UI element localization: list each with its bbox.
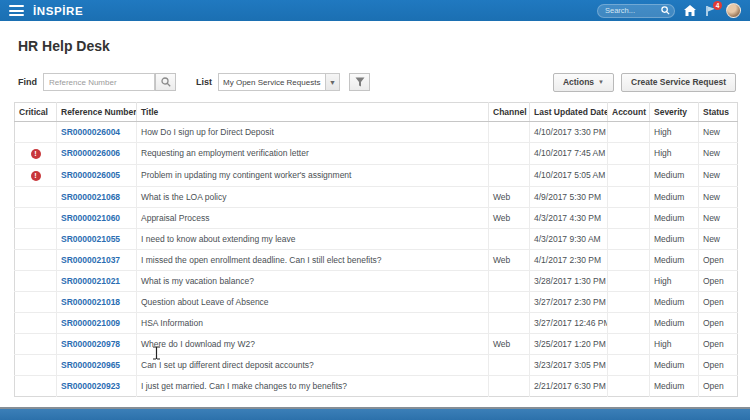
reference-link[interactable]: SR0000020923 bbox=[61, 381, 120, 391]
table-header-row: Critical Reference Number Title Channel … bbox=[15, 103, 738, 122]
status-cell: New bbox=[699, 164, 738, 186]
chevron-down-icon: ▼ bbox=[325, 74, 339, 90]
reference-link[interactable]: SR0000026004 bbox=[61, 127, 120, 137]
last-updated-cell: 4/3/2017 9:30 AM bbox=[530, 228, 608, 249]
title-cell: Where do I download my W2? bbox=[137, 333, 489, 354]
table-row[interactable]: SR0000020978 Where do I download my W2? … bbox=[15, 333, 738, 354]
search-icon[interactable] bbox=[661, 6, 670, 15]
column-header-critical[interactable]: Critical bbox=[15, 103, 57, 122]
reference-link[interactable]: SR0000020965 bbox=[61, 360, 120, 370]
home-icon[interactable] bbox=[684, 5, 696, 16]
table-row[interactable]: ! SR0000026005 Problem in updating my co… bbox=[15, 164, 738, 186]
reference-cell: SR0000021021 bbox=[57, 270, 137, 291]
global-search-input[interactable] bbox=[605, 6, 661, 15]
reference-cell: SR0000020965 bbox=[57, 354, 137, 375]
channel-cell bbox=[489, 291, 530, 312]
list-toolbar: Find List My Open Service Requests ▼ Act… bbox=[18, 72, 736, 92]
filter-funnel-icon bbox=[355, 77, 365, 87]
severity-cell: Medium bbox=[650, 228, 699, 249]
last-updated-cell: 3/28/2017 1:30 PM bbox=[530, 270, 608, 291]
find-search-button[interactable] bbox=[155, 73, 176, 91]
title-cell: I just get married. Can I make changes t… bbox=[137, 375, 489, 396]
column-header-channel[interactable]: Channel bbox=[489, 103, 530, 122]
list-label: List bbox=[196, 77, 212, 87]
saved-list-dropdown[interactable]: My Open Service Requests ▼ bbox=[218, 73, 340, 91]
critical-cell bbox=[15, 207, 57, 228]
reference-cell: SR0000021068 bbox=[57, 186, 137, 207]
critical-cell: ! bbox=[15, 164, 57, 186]
last-updated-cell: 4/10/2017 5:05 AM bbox=[530, 164, 608, 186]
table-row[interactable]: SR0000021009 HSA Information 3/27/2017 1… bbox=[15, 312, 738, 333]
critical-cell bbox=[15, 228, 57, 249]
column-header-account[interactable]: Account bbox=[608, 103, 650, 122]
title-cell: I need to know about extending my leave bbox=[137, 228, 489, 249]
reference-cell: SR0000021055 bbox=[57, 228, 137, 249]
column-header-reference-number[interactable]: Reference Number bbox=[57, 103, 137, 122]
hr-help-desk-app: İNSPİRE 4 HR Help Desk Find bbox=[0, 0, 750, 420]
top-navigation-bar: İNSPİRE 4 bbox=[0, 0, 750, 21]
table-row[interactable]: SR0000021055 I need to know about extend… bbox=[15, 228, 738, 249]
table-row[interactable]: SR0000021068 What is the LOA policy Web … bbox=[15, 186, 738, 207]
column-header-title[interactable]: Title bbox=[137, 103, 489, 122]
table-row[interactable]: SR0000021021 What is my vacation balance… bbox=[15, 270, 738, 291]
account-cell bbox=[608, 291, 650, 312]
table-row[interactable]: SR0000026004 How Do I sign up for Direct… bbox=[15, 122, 738, 143]
channel-cell: Web bbox=[489, 207, 530, 228]
find-reference-input[interactable] bbox=[43, 73, 155, 91]
severity-cell: Medium bbox=[650, 164, 699, 186]
table-row[interactable]: ! SR0000026006 Requesting an employment … bbox=[15, 143, 738, 165]
title-cell: Requesting an employment verification le… bbox=[137, 143, 489, 165]
critical-cell bbox=[15, 122, 57, 143]
reference-link[interactable]: SR0000021055 bbox=[61, 234, 120, 244]
title-cell: HSA Information bbox=[137, 312, 489, 333]
reference-link[interactable]: SR0000021018 bbox=[61, 297, 120, 307]
filter-button[interactable] bbox=[349, 73, 370, 91]
reference-link[interactable]: SR0000026005 bbox=[61, 170, 120, 180]
column-header-status[interactable]: Status bbox=[699, 103, 738, 122]
critical-cell: ! bbox=[15, 143, 57, 165]
hamburger-menu-icon[interactable] bbox=[9, 5, 24, 16]
actions-button[interactable]: Actions ▼ bbox=[553, 73, 614, 92]
create-service-request-button[interactable]: Create Service Request bbox=[621, 73, 736, 92]
table-row[interactable]: SR0000021037 I missed the open enrollmen… bbox=[15, 249, 738, 270]
account-cell bbox=[608, 186, 650, 207]
column-header-last-updated-date[interactable]: Last Updated Date bbox=[530, 103, 608, 122]
reference-link[interactable]: SR0000020978 bbox=[61, 339, 120, 349]
status-cell: Open bbox=[699, 375, 738, 396]
channel-cell: Web bbox=[489, 333, 530, 354]
user-avatar[interactable] bbox=[726, 3, 741, 18]
status-cell: New bbox=[699, 143, 738, 165]
reference-link[interactable]: SR0000021037 bbox=[61, 255, 120, 265]
reference-link[interactable]: SR0000021060 bbox=[61, 213, 120, 223]
table-row[interactable]: SR0000021060 Appraisal Process Web 4/3/2… bbox=[15, 207, 738, 228]
title-cell: Can I set up different direct deposit ac… bbox=[137, 354, 489, 375]
status-cell: Open bbox=[699, 291, 738, 312]
severity-cell: Medium bbox=[650, 312, 699, 333]
reference-link[interactable]: SR0000021068 bbox=[61, 192, 120, 202]
reference-cell: SR0000020923 bbox=[57, 375, 137, 396]
title-cell: I missed the open enrollment deadline. C… bbox=[137, 249, 489, 270]
table-row[interactable]: SR0000021018 Question about Leave of Abs… bbox=[15, 291, 738, 312]
account-cell bbox=[608, 270, 650, 291]
reference-cell: SR0000021060 bbox=[57, 207, 137, 228]
table-row[interactable]: SR0000020965 Can I set up different dire… bbox=[15, 354, 738, 375]
status-cell: Open bbox=[699, 270, 738, 291]
service-request-table: Critical Reference Number Title Channel … bbox=[14, 102, 738, 397]
channel-cell bbox=[489, 312, 530, 333]
last-updated-cell: 4/3/2017 4:30 PM bbox=[530, 207, 608, 228]
channel-cell: Web bbox=[489, 249, 530, 270]
global-search[interactable] bbox=[597, 4, 675, 18]
notifications-flag-icon[interactable]: 4 bbox=[705, 5, 717, 17]
channel-cell bbox=[489, 354, 530, 375]
critical-icon: ! bbox=[31, 171, 41, 181]
column-header-severity[interactable]: Severity bbox=[650, 103, 699, 122]
severity-cell: Medium bbox=[650, 354, 699, 375]
account-cell bbox=[608, 122, 650, 143]
reference-link[interactable]: SR0000021021 bbox=[61, 276, 120, 286]
critical-cell bbox=[15, 333, 57, 354]
reference-cell: SR0000026004 bbox=[57, 122, 137, 143]
reference-link[interactable]: SR0000026006 bbox=[61, 148, 120, 158]
sr-table-body: SR0000026004 How Do I sign up for Direct… bbox=[15, 122, 738, 397]
reference-link[interactable]: SR0000021009 bbox=[61, 318, 120, 328]
table-row[interactable]: SR0000020923 I just get married. Can I m… bbox=[15, 375, 738, 396]
